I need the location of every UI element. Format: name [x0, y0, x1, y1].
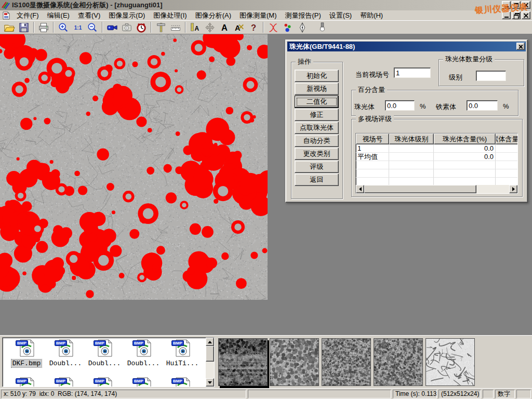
file-item[interactable]: BMP [125, 377, 162, 387]
bmp-badge: BMP [16, 340, 28, 346]
file-item[interactable]: BMP HuiTi... [164, 339, 201, 367]
menu-help[interactable]: 帮助(H) [356, 11, 387, 20]
close-button[interactable] [522, 1, 530, 9]
save-button[interactable] [17, 21, 31, 34]
file-item[interactable]: BMP [47, 377, 84, 387]
initialize-button[interactable]: 初始化 [295, 70, 339, 82]
brush-button[interactable] [315, 21, 329, 34]
file-name[interactable]: Doubl... [126, 360, 161, 367]
zoom-in-button[interactable] [56, 21, 71, 34]
current-field-input[interactable] [394, 68, 431, 78]
file-item[interactable]: BMP Doubl... [125, 339, 162, 367]
menu-image-process[interactable]: 图像处理(I) [149, 11, 191, 20]
curve-button[interactable] [266, 21, 281, 34]
scroll-down-button[interactable] [206, 378, 214, 387]
arrow-down-icon [208, 381, 212, 384]
scrollbar-track[interactable] [476, 185, 509, 193]
timer-button[interactable] [134, 21, 149, 34]
ferrite-percent-input[interactable] [467, 100, 498, 111]
file-name[interactable]: DKF.bmp [11, 360, 42, 367]
text-button[interactable]: A [217, 21, 232, 34]
table-row[interactable]: 1 0.0 [356, 144, 517, 153]
help-button[interactable]: ? [246, 21, 261, 34]
menu-image-measure[interactable]: 图像测量(M) [235, 11, 281, 20]
file-item[interactable]: BMP DKF.bmp [8, 339, 45, 367]
svg-text:1:1: 1:1 [74, 24, 82, 30]
menu-view[interactable]: 查看(V) [74, 11, 104, 20]
pearlite-percent-input[interactable] [385, 100, 415, 111]
ruler-icon [170, 22, 181, 33]
document-icon[interactable] [2, 11, 10, 20]
zoom-out-button[interactable] [85, 21, 100, 34]
thumbnail-2[interactable] [270, 338, 319, 386]
mdi-close-button[interactable] [522, 11, 530, 19]
scrollbar-thumb[interactable] [206, 346, 214, 362]
scrollbar-thumb[interactable] [364, 185, 476, 193]
scroll-up-button[interactable] [206, 338, 214, 346]
pearlite-dialog: 珠光体(GB/T9441-88) 操作 初始化 新视场 二值化 修正 点取珠光体… [285, 39, 528, 203]
file-item[interactable]: BMP [8, 377, 45, 387]
pick-pearlite-button[interactable]: 点取珠光体 [295, 122, 339, 134]
file-item[interactable]: BMP Doubl... [47, 339, 84, 367]
table-row[interactable] [356, 169, 517, 178]
mdi-restore-button[interactable] [512, 11, 521, 19]
maximize-button[interactable] [512, 1, 521, 9]
menu-image-display[interactable]: 图像显示(D) [104, 11, 149, 20]
thumbnail-4[interactable] [374, 338, 423, 386]
thumbnail-1[interactable] [218, 338, 268, 386]
mdi-minimize-button[interactable] [502, 11, 511, 19]
file-item[interactable]: BMP [164, 377, 201, 387]
print-button[interactable] [36, 21, 51, 34]
menu-image-analysis[interactable]: 图像分析(A) [191, 11, 235, 20]
scroll-left-button[interactable] [356, 185, 364, 193]
table-row[interactable]: 平均值 0.0 [356, 153, 517, 161]
scroll-right-button[interactable] [509, 185, 517, 193]
rate-button[interactable]: 评级 [295, 161, 339, 173]
toolbar-separator [53, 22, 54, 33]
open-button[interactable] [2, 21, 17, 34]
menu-file[interactable]: 文件(F) [12, 11, 43, 20]
dialog-title-bar[interactable]: 珠光体(GB/T9441-88) [287, 42, 526, 51]
binarize-button[interactable]: 二值化 [295, 96, 339, 108]
thumbnail-5[interactable] [425, 338, 475, 386]
menu-report[interactable]: 测量报告(P) [281, 11, 325, 20]
file-browser-scrollbar[interactable] [206, 338, 214, 387]
file-item[interactable]: BMP Doubl... [86, 339, 123, 367]
status-empty-panel [483, 390, 494, 398]
return-button[interactable]: 返回 [295, 174, 339, 186]
maximize-icon [514, 3, 518, 7]
menu-settings[interactable]: 设置(S) [325, 11, 356, 20]
micrograph-image[interactable] [0, 34, 268, 300]
delete-text-button[interactable]: A [232, 21, 246, 34]
auto-classify-button[interactable]: 自动分类 [295, 135, 339, 147]
caliper-button[interactable] [154, 21, 168, 34]
bmp-file-icon: BMP [17, 377, 36, 387]
correct-button[interactable]: 修正 [295, 109, 339, 121]
video-camera-button[interactable] [105, 21, 119, 34]
file-name[interactable]: Doubl... [48, 360, 83, 367]
particle-classify-button[interactable] [281, 21, 295, 34]
bmp-file-icon: BMP [172, 339, 192, 357]
thumbnail-3[interactable] [322, 338, 371, 386]
rating-group-label: 多视场评级 [356, 115, 394, 123]
change-class-button[interactable]: 更改类别 [295, 148, 339, 160]
new-field-button[interactable]: 新视场 [295, 83, 339, 95]
actual-size-button[interactable]: 1:1 [71, 21, 85, 34]
dialog-close-button[interactable] [516, 43, 525, 50]
minimize-button[interactable] [502, 1, 511, 9]
grade-input[interactable] [476, 71, 506, 81]
menu-edit[interactable]: 编辑(E) [43, 11, 74, 20]
table-horizontal-scrollbar[interactable] [356, 185, 517, 193]
arrow-right-icon [512, 187, 515, 191]
file-item[interactable]: BMP [86, 377, 123, 387]
file-name[interactable]: Doubl... [87, 360, 122, 367]
table-row[interactable] [356, 161, 517, 169]
pen-button[interactable] [295, 21, 310, 34]
ruler-button[interactable] [168, 21, 183, 34]
measure-text-button[interactable]: A [188, 21, 203, 34]
camera-button[interactable] [119, 21, 134, 34]
cell: 平均值 [356, 153, 389, 161]
move-button[interactable] [203, 21, 217, 34]
cell [389, 169, 434, 178]
file-name[interactable]: HuiTi... [165, 360, 200, 367]
